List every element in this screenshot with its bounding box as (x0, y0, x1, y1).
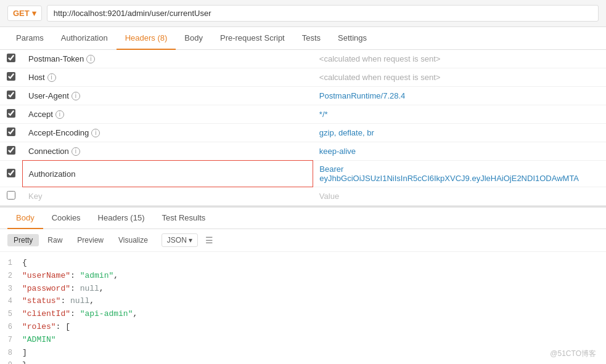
body-section: Body Cookies Headers (15) Test Results P… (0, 206, 606, 364)
format-preview[interactable]: Preview (71, 234, 110, 246)
header-key: User-Agenti (22, 87, 313, 105)
header-key: Accept-Encodingi (22, 124, 313, 142)
tab-pre-request[interactable]: Pre-request Script (211, 27, 293, 50)
code-line: 7 "ADMIN" (0, 334, 606, 347)
code-line: 2 "userName": "admin", (0, 270, 606, 283)
line-content: "clientId": "api-admin", (22, 308, 606, 321)
header-value: gzip, deflate, br (313, 124, 606, 142)
method-chevron: ▾ (32, 9, 36, 18)
line-number: 3 (0, 283, 22, 295)
header-key: Connectioni (22, 142, 313, 161)
info-icon[interactable]: i (91, 129, 100, 137)
info-icon[interactable]: i (72, 147, 80, 156)
json-format-chevron: ▾ (189, 236, 192, 245)
tab-settings[interactable]: Settings (329, 27, 375, 50)
header-checkbox-col (0, 50, 22, 68)
headers-table: Postman-Tokeni<calculated when request i… (0, 50, 606, 206)
response-tabs: Body Cookies Headers (15) Test Results (0, 208, 606, 229)
header-value: Bearer eyJhbGciOiJSUzI1NiIsInR5cCI6IkpXV… (313, 161, 606, 187)
code-line: 6 "roles": [ (0, 321, 606, 334)
resp-tab-test-results[interactable]: Test Results (153, 208, 214, 229)
tab-headers[interactable]: Headers (8) (117, 27, 176, 50)
header-checkbox-col (0, 105, 22, 124)
header-key: Authorization (22, 161, 313, 187)
code-line: 8 ] (0, 347, 606, 360)
header-checkbox-col (0, 68, 22, 87)
line-content: "password": null, (22, 283, 606, 296)
json-format-select[interactable]: JSON ▾ (162, 233, 198, 247)
method-select[interactable]: GET ▾ (7, 6, 42, 21)
header-checkbox[interactable] (7, 169, 15, 177)
header-checkbox[interactable] (7, 54, 15, 62)
header-key: Accepti (22, 105, 313, 124)
header-value: <calculated when request is sent> (313, 50, 606, 68)
tab-body[interactable]: Body (176, 27, 211, 50)
header-checkbox[interactable] (7, 91, 15, 99)
empty-key[interactable]: Key (22, 187, 313, 206)
info-icon[interactable]: i (86, 55, 95, 63)
request-tabs: Params Authorization Headers (8) Body Pr… (0, 27, 606, 50)
line-number: 9 (0, 360, 22, 364)
header-checkbox-col (0, 87, 22, 105)
header-value: */* (313, 105, 606, 124)
header-value: keep-alive (313, 142, 606, 161)
header-checkbox[interactable] (7, 146, 15, 155)
empty-check-col (0, 187, 22, 206)
header-value: <calculated when request is sent> (313, 68, 606, 87)
line-content: "roles": [ (22, 321, 606, 334)
line-number: 5 (0, 309, 22, 320)
line-content: "status": null, (22, 295, 606, 308)
header-key: Hosti (22, 68, 313, 87)
code-area: 1{2 "userName": "admin",3 "password": nu… (0, 252, 606, 364)
url-bar: GET ▾ (0, 0, 606, 27)
line-number: 2 (0, 270, 22, 282)
header-checkbox-col (0, 161, 22, 187)
code-line: 4 "status": null, (0, 295, 606, 308)
method-label: GET (13, 9, 30, 18)
line-content: ] (22, 347, 606, 360)
header-checkbox-col (0, 142, 22, 161)
url-input[interactable] (47, 5, 599, 22)
line-number: 6 (0, 322, 22, 333)
info-icon[interactable]: i (47, 73, 56, 82)
line-content: } (22, 359, 606, 364)
empty-value[interactable]: Value (313, 187, 606, 206)
resp-tab-cookies[interactable]: Cookies (43, 208, 89, 229)
line-number: 8 (0, 347, 22, 359)
filter-icon[interactable]: ☰ (205, 235, 213, 245)
empty-checkbox[interactable] (7, 191, 15, 200)
header-key: Postman-Tokeni (22, 50, 313, 68)
header-checkbox-col (0, 124, 22, 142)
format-visualize[interactable]: Visualize (112, 234, 154, 246)
line-content: "userName": "admin", (22, 270, 606, 283)
code-line: 5 "clientId": "api-admin", (0, 308, 606, 321)
header-value: PostmanRuntime/7.28.4 (313, 87, 606, 105)
json-format-label: JSON (167, 236, 187, 245)
tab-tests[interactable]: Tests (293, 27, 329, 50)
resp-tab-body[interactable]: Body (7, 208, 43, 229)
format-pretty[interactable]: Pretty (7, 234, 39, 246)
line-number: 1 (0, 257, 22, 269)
code-line: 1{ (0, 257, 606, 270)
watermark: @51CTO博客 (550, 349, 596, 359)
info-icon[interactable]: i (55, 110, 64, 119)
tab-params[interactable]: Params (7, 27, 52, 50)
code-line: 3 "password": null, (0, 283, 606, 296)
line-content: { (22, 257, 606, 270)
line-number: 4 (0, 296, 22, 307)
header-checkbox[interactable] (7, 109, 15, 118)
tab-authorization[interactable]: Authorization (52, 27, 117, 50)
format-raw[interactable]: Raw (41, 234, 68, 246)
code-line: 9} (0, 359, 606, 364)
format-bar: Pretty Raw Preview Visualize JSON ▾ ☰ (0, 229, 606, 252)
line-number: 7 (0, 334, 22, 346)
resp-tab-headers[interactable]: Headers (15) (89, 208, 154, 229)
header-checkbox[interactable] (7, 72, 15, 81)
line-content: "ADMIN" (22, 334, 606, 347)
info-icon[interactable]: i (72, 92, 80, 100)
header-checkbox[interactable] (7, 127, 15, 136)
